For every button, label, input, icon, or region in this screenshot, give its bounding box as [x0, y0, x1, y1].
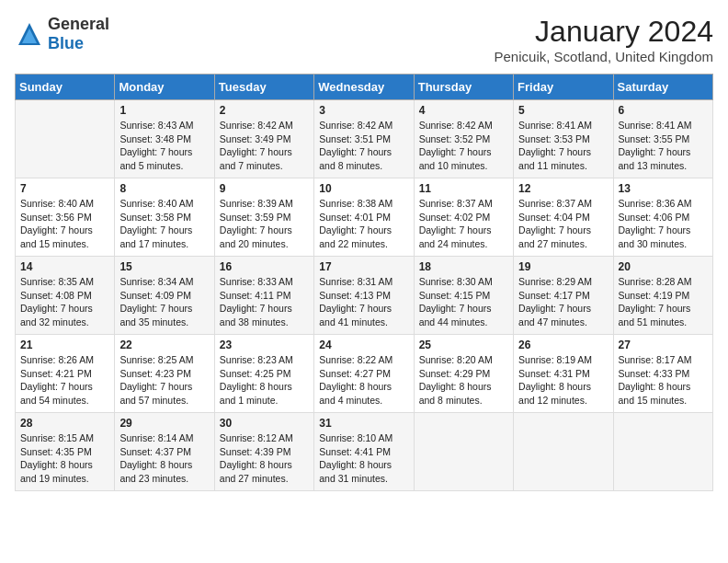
- day-info: Sunrise: 8:40 AMSunset: 3:56 PMDaylight:…: [20, 197, 109, 251]
- day-info: Sunrise: 8:36 AMSunset: 4:06 PMDaylight:…: [619, 197, 708, 251]
- day-info: Sunrise: 8:10 AMSunset: 4:41 PMDaylight:…: [319, 431, 408, 486]
- day-number: 9: [220, 182, 309, 195]
- day-info: Sunrise: 8:30 AMSunset: 4:15 PMDaylight:…: [419, 275, 508, 329]
- calendar-cell: 8Sunrise: 8:40 AMSunset: 3:58 PMDaylight…: [115, 178, 214, 257]
- day-number: 25: [419, 339, 508, 351]
- calendar-cell: 9Sunrise: 8:39 AMSunset: 3:59 PMDaylight…: [214, 178, 313, 257]
- day-info: Sunrise: 8:25 AMSunset: 4:23 PMDaylight:…: [119, 353, 209, 408]
- day-number: 6: [619, 104, 708, 117]
- day-number: 27: [619, 339, 708, 351]
- calendar-cell: 15Sunrise: 8:34 AMSunset: 4:09 PMDayligh…: [115, 257, 214, 335]
- calendar-cell: 11Sunrise: 8:37 AMSunset: 4:02 PMDayligh…: [414, 178, 513, 257]
- calendar-cell: [514, 413, 613, 491]
- day-info: Sunrise: 8:26 AMSunset: 4:21 PMDaylight:…: [20, 353, 109, 408]
- header-day-friday: Friday: [514, 75, 613, 100]
- calendar-cell: [613, 413, 712, 491]
- header-day-tuesday: Tuesday: [214, 75, 313, 100]
- logo-text: General Blue: [48, 15, 109, 53]
- day-number: 19: [518, 260, 608, 273]
- day-number: 5: [518, 104, 608, 117]
- day-number: 2: [220, 104, 309, 117]
- calendar-cell: 23Sunrise: 8:23 AMSunset: 4:25 PMDayligh…: [214, 335, 313, 413]
- week-row-1: 1Sunrise: 8:43 AMSunset: 3:48 PMDaylight…: [16, 100, 713, 178]
- calendar-cell: 18Sunrise: 8:30 AMSunset: 4:15 PMDayligh…: [414, 257, 513, 335]
- calendar-table: SundayMondayTuesdayWednesdayThursdayFrid…: [15, 74, 713, 491]
- calendar-cell: 30Sunrise: 8:12 AMSunset: 4:39 PMDayligh…: [214, 413, 313, 491]
- day-number: 31: [319, 417, 408, 430]
- day-number: 24: [319, 339, 408, 351]
- calendar-header-row: SundayMondayTuesdayWednesdayThursdayFrid…: [16, 75, 713, 100]
- calendar-cell: 2Sunrise: 8:42 AMSunset: 3:49 PMDaylight…: [214, 100, 313, 178]
- calendar-cell: 4Sunrise: 8:42 AMSunset: 3:52 PMDaylight…: [414, 100, 513, 178]
- day-number: 7: [20, 182, 109, 195]
- day-info: Sunrise: 8:42 AMSunset: 3:49 PMDaylight:…: [220, 119, 309, 173]
- week-row-2: 7Sunrise: 8:40 AMSunset: 3:56 PMDaylight…: [16, 178, 713, 257]
- day-number: 26: [518, 339, 608, 351]
- day-number: 3: [319, 104, 408, 117]
- calendar-cell: 17Sunrise: 8:31 AMSunset: 4:13 PMDayligh…: [314, 257, 414, 335]
- day-number: 8: [119, 182, 209, 195]
- day-info: Sunrise: 8:40 AMSunset: 3:58 PMDaylight:…: [119, 197, 209, 251]
- day-number: 17: [319, 260, 408, 273]
- calendar-cell: 26Sunrise: 8:19 AMSunset: 4:31 PMDayligh…: [514, 335, 613, 413]
- title-area: January 2024 Penicuik, Scotland, United …: [495, 15, 713, 64]
- calendar-cell: 20Sunrise: 8:28 AMSunset: 4:19 PMDayligh…: [613, 257, 712, 335]
- day-number: 11: [419, 182, 508, 195]
- header-day-saturday: Saturday: [613, 75, 712, 100]
- header-day-wednesday: Wednesday: [314, 75, 414, 100]
- day-info: Sunrise: 8:42 AMSunset: 3:52 PMDaylight:…: [419, 119, 508, 173]
- day-info: Sunrise: 8:14 AMSunset: 4:37 PMDaylight:…: [119, 431, 209, 486]
- day-number: 4: [419, 104, 508, 117]
- header-day-sunday: Sunday: [16, 75, 115, 100]
- month-title: January 2024: [495, 15, 713, 49]
- page-header: General Blue January 2024 Penicuik, Scot…: [15, 15, 713, 64]
- calendar-cell: [16, 100, 115, 178]
- day-info: Sunrise: 8:41 AMSunset: 3:55 PMDaylight:…: [619, 119, 708, 173]
- day-info: Sunrise: 8:41 AMSunset: 3:53 PMDaylight:…: [518, 119, 608, 173]
- calendar-cell: 19Sunrise: 8:29 AMSunset: 4:17 PMDayligh…: [514, 257, 613, 335]
- calendar-cell: 12Sunrise: 8:37 AMSunset: 4:04 PMDayligh…: [514, 178, 613, 257]
- calendar-cell: 1Sunrise: 8:43 AMSunset: 3:48 PMDaylight…: [115, 100, 214, 178]
- day-info: Sunrise: 8:17 AMSunset: 4:33 PMDaylight:…: [619, 353, 708, 408]
- calendar-cell: 29Sunrise: 8:14 AMSunset: 4:37 PMDayligh…: [115, 413, 214, 491]
- day-info: Sunrise: 8:43 AMSunset: 3:48 PMDaylight:…: [119, 119, 209, 173]
- calendar-cell: 5Sunrise: 8:41 AMSunset: 3:53 PMDaylight…: [514, 100, 613, 178]
- day-info: Sunrise: 8:34 AMSunset: 4:09 PMDaylight:…: [119, 275, 209, 329]
- day-number: 1: [119, 104, 209, 117]
- header-day-monday: Monday: [115, 75, 214, 100]
- logo-icon: [15, 19, 44, 49]
- day-number: 23: [220, 339, 309, 351]
- calendar-cell: 31Sunrise: 8:10 AMSunset: 4:41 PMDayligh…: [314, 413, 414, 491]
- calendar-cell: 16Sunrise: 8:33 AMSunset: 4:11 PMDayligh…: [214, 257, 313, 335]
- location-title: Penicuik, Scotland, United Kingdom: [495, 49, 713, 64]
- day-info: Sunrise: 8:29 AMSunset: 4:17 PMDaylight:…: [518, 275, 608, 329]
- day-info: Sunrise: 8:35 AMSunset: 4:08 PMDaylight:…: [20, 275, 109, 329]
- day-info: Sunrise: 8:20 AMSunset: 4:29 PMDaylight:…: [419, 353, 508, 408]
- day-info: Sunrise: 8:28 AMSunset: 4:19 PMDaylight:…: [619, 275, 708, 329]
- calendar-cell: 27Sunrise: 8:17 AMSunset: 4:33 PMDayligh…: [613, 335, 712, 413]
- calendar-cell: 10Sunrise: 8:38 AMSunset: 4:01 PMDayligh…: [314, 178, 414, 257]
- logo-general: General: [48, 15, 109, 33]
- day-info: Sunrise: 8:23 AMSunset: 4:25 PMDaylight:…: [220, 353, 309, 408]
- calendar-cell: 13Sunrise: 8:36 AMSunset: 4:06 PMDayligh…: [613, 178, 712, 257]
- calendar-cell: 7Sunrise: 8:40 AMSunset: 3:56 PMDaylight…: [16, 178, 115, 257]
- calendar-cell: 22Sunrise: 8:25 AMSunset: 4:23 PMDayligh…: [115, 335, 214, 413]
- day-number: 29: [119, 417, 209, 430]
- day-info: Sunrise: 8:12 AMSunset: 4:39 PMDaylight:…: [220, 431, 309, 486]
- calendar-cell: 3Sunrise: 8:42 AMSunset: 3:51 PMDaylight…: [314, 100, 414, 178]
- logo: General Blue: [15, 15, 109, 53]
- day-number: 13: [619, 182, 708, 195]
- day-info: Sunrise: 8:42 AMSunset: 3:51 PMDaylight:…: [319, 119, 408, 173]
- week-row-4: 21Sunrise: 8:26 AMSunset: 4:21 PMDayligh…: [16, 335, 713, 413]
- day-number: 20: [619, 260, 708, 273]
- calendar-cell: 6Sunrise: 8:41 AMSunset: 3:55 PMDaylight…: [613, 100, 712, 178]
- day-number: 15: [119, 260, 209, 273]
- calendar-cell: [414, 413, 513, 491]
- day-info: Sunrise: 8:39 AMSunset: 3:59 PMDaylight:…: [220, 197, 309, 251]
- calendar-cell: 28Sunrise: 8:15 AMSunset: 4:35 PMDayligh…: [16, 413, 115, 491]
- day-info: Sunrise: 8:31 AMSunset: 4:13 PMDaylight:…: [319, 275, 408, 329]
- day-number: 28: [20, 417, 109, 430]
- calendar-cell: 25Sunrise: 8:20 AMSunset: 4:29 PMDayligh…: [414, 335, 513, 413]
- day-number: 16: [220, 260, 309, 273]
- calendar-cell: 24Sunrise: 8:22 AMSunset: 4:27 PMDayligh…: [314, 335, 414, 413]
